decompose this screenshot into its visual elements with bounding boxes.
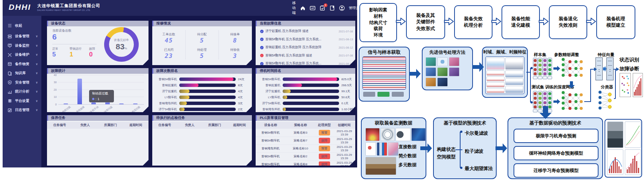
card-fault-count-rank: 故障次数排名 首钢5#翻车机 24次 首钢起重机 8次 济宁起重机 4次 LY翻…	[152, 68, 252, 112]
method-transfer: 迁移学习寿命预测模型	[514, 163, 599, 178]
bar-track	[179, 96, 236, 99]
sidebar-item-device-manage[interactable]: 设备管理∨	[3, 32, 41, 41]
sidebar-item-statistics[interactable]: 统计分析∨	[3, 87, 41, 97]
knowledge-book-icon	[8, 71, 12, 76]
hollow-arrow-icon	[396, 17, 406, 26]
sidebar-item-device-monitor[interactable]: 设备监控∨	[3, 41, 41, 50]
table-row[interactable]: 首钢堆取料机 策略名称10 预警 2021-03-29 15:39	[256, 144, 355, 153]
card-inspection-tasks: 待执行的点检任务 任务编号 负责人 所属部门 超期时间	[152, 115, 252, 166]
data-driven-box: 基于数据驱动的预测技术 极限学习机寿命预测 循环神经网络寿命预测模型 迁移学习寿…	[508, 117, 603, 179]
legend-dot	[92, 98, 94, 100]
bar-track	[283, 90, 339, 93]
fault-message-row[interactable]: ✓ 济宁起重机 压力系统故障 描述 2021-07-08	[260, 29, 353, 33]
task-clipboard-icon[interactable]: 9	[320, 5, 325, 11]
rul-histogram-thumb	[625, 149, 641, 175]
method-kalman: 卡尔曼滤波	[465, 130, 488, 137]
sidebar-item-device-maintain[interactable]: 设备维护∨	[3, 50, 41, 60]
bar-track	[283, 84, 339, 87]
prediction-charts-panel	[605, 119, 642, 178]
rank-row: 首钢堆取料机 1.02小时	[256, 108, 355, 112]
card-title: 报修情况	[152, 21, 252, 26]
hollow-arrow-icon	[539, 17, 549, 26]
fault-message-row[interactable]: ✓ 首钢起重机 压力系统故障 压力系统故障 2021-08-12	[260, 45, 353, 50]
table-row[interactable]: 首钢5#翻车机 策略名称2 故障 2021-03-29 15:39	[256, 152, 355, 161]
neural-network-graphic	[560, 56, 583, 81]
hollow-arrow-icon	[586, 17, 596, 26]
rank-row: 首钢起重机 266.5天	[256, 84, 355, 88]
test-set-label: 测试集 训练的深度网络	[532, 84, 574, 90]
stats-bars-icon	[8, 90, 12, 94]
bar-fill	[283, 84, 302, 87]
card-device-status: 设备状态 当前设备总数 6 正常 带病运行 故障 5 1 0 设备完好率 83%	[47, 21, 148, 65]
feature-vector-graphic	[596, 57, 614, 81]
repair-stat-value: 8	[218, 37, 252, 44]
fault-message-row[interactable]: − 首钢5#翻车机 压力系统故障 描述 2021-07-08	[260, 53, 353, 58]
company-name-cn: 大连华锐重工集团股份有限公司	[37, 3, 100, 9]
tools-cross-icon	[8, 53, 12, 57]
table-row[interactable]: 首钢5#翻车机 策略名称7 故障 2021-03-29 15:39	[256, 137, 355, 145]
donut-label: 设备完好率	[114, 38, 129, 42]
table-row[interactable]: 首钢5#翻车机 策略名称8 故障 2021-03-29 15:39	[256, 160, 355, 167]
signal-sample-button	[392, 92, 404, 97]
bar-track	[179, 108, 236, 111]
methodology-flowchart: 影响因素材料 结构尺寸载荷 环境 装备及其关键部件 失效形式 装备失效机理分析 …	[357, 0, 644, 181]
sidebar: 收起 设备管理∨ 设备监控∨ 设备维护∨ 备件物资∨ 知识库∨ 安全管理∨ 统计…	[3, 16, 41, 167]
repair-stat-value: 45	[152, 37, 185, 44]
bar-track	[179, 102, 236, 105]
check-circle-icon: ✓	[260, 38, 264, 41]
bar-track	[283, 102, 339, 105]
card-title: 保养任务	[47, 115, 148, 121]
repair-stat-label: 待分配	[185, 32, 218, 37]
flow-box-mechanism-model: 装备机理模型建立	[596, 5, 635, 39]
feature-vector-label: 特征向量	[598, 52, 614, 58]
model-prediction-box: 基于模型的预测技术 构建状态 空间模型 卡尔曼滤波 粒子滤波 最大期望算法	[433, 117, 497, 179]
hamburger-icon	[8, 23, 12, 28]
sidebar-item-platform[interactable]: 平台设置∨	[3, 96, 41, 106]
signal-save-button	[377, 92, 389, 97]
check-circle-icon: ✓	[260, 62, 264, 65]
fault-message-row[interactable]: ✓ 首钢5#翻车机 压力系统故障 压力系统... 2021-08-13	[260, 37, 353, 42]
sidebar-item-spare-parts[interactable]: 备件物资∨	[3, 59, 41, 69]
fault-message-row[interactable]: ✓ 首钢5#翻车机 压力系统故障 压力系统... 2021-08-12	[260, 61, 353, 66]
bar-fill	[179, 108, 185, 111]
flow-box-failure-forms: 装备及其关键部件 失效形式	[406, 5, 445, 39]
home-icon[interactable]	[300, 5, 306, 11]
sidebar-item-knowledge[interactable]: 知识库∨	[3, 69, 41, 78]
rank-row: 首钢堆取料机 3次	[152, 102, 252, 106]
chart-tooltip: 制动器过载 : 1	[89, 90, 114, 102]
rank-row: 济宁起重机 99.1天	[256, 90, 355, 94]
company-name-en: DALIAN HUARUI HEAVY INDUSTRY GROUP CO.,L…	[37, 9, 91, 11]
sidebar-item-logs[interactable]: 日志管理∨	[3, 106, 41, 115]
stat-label: 故障	[89, 47, 95, 51]
user-name[interactable]: 管理员	[349, 6, 358, 11]
test-set-matrix	[532, 90, 553, 113]
user-avatar-icon[interactable]	[339, 5, 345, 11]
monitor-chart-icon[interactable]	[310, 5, 315, 11]
layers-icon	[8, 99, 12, 103]
card-title: 当前故障信息	[256, 21, 355, 26]
rank-row: 首钢起重机 8次	[152, 84, 252, 88]
sidebar-item-safety[interactable]: 安全管理∨	[3, 78, 41, 87]
card-title: 停机时间排名	[256, 68, 355, 74]
flow-box-failure-criterion: 装备退化失效准则	[549, 5, 587, 39]
minus-circle-icon: −	[260, 54, 264, 57]
bar-fill	[179, 90, 189, 93]
feature-plots	[485, 56, 524, 94]
trained-network-graphic	[560, 90, 583, 114]
hollow-arrow-icon	[491, 17, 501, 26]
processing-thumbnails	[426, 57, 470, 87]
signal-panel-buttons	[363, 92, 404, 97]
bar	[77, 79, 82, 104]
bar	[64, 103, 68, 104]
status-badge: 预警	[319, 146, 330, 151]
repair-stat-value: 5	[185, 37, 218, 44]
repair-stat-value: 23	[152, 52, 185, 59]
stat-label: 正常	[52, 47, 58, 51]
book-icon[interactable]	[329, 5, 335, 11]
mobile-link[interactable]: 移动端	[292, 1, 296, 15]
sidebar-collapse[interactable]: 收起	[3, 21, 41, 30]
bar-track	[179, 84, 236, 87]
table-row[interactable]: 首钢5#翻车机 策略名称3 预警 2021-03-29 15:39	[256, 129, 355, 137]
status-badge: 故障	[319, 138, 330, 143]
bar-fill	[179, 96, 189, 99]
